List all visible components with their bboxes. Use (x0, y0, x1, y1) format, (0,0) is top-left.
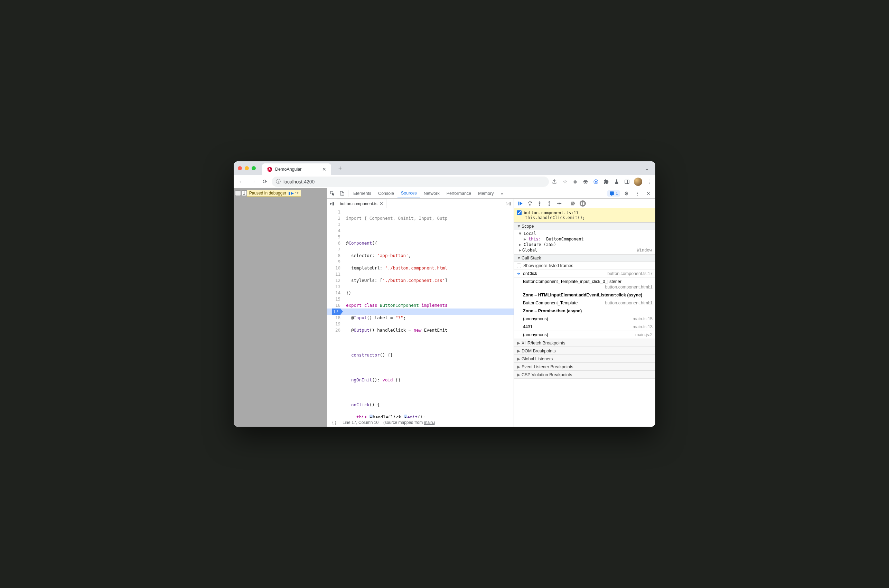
tab-performance[interactable]: Performance (443, 188, 475, 198)
dom-breakpoints-header[interactable]: ▶DOM Breakpoints (514, 347, 655, 355)
svg-point-15 (549, 204, 550, 206)
svg-point-2 (584, 182, 585, 183)
deactivate-breakpoints-button[interactable] (569, 200, 577, 208)
devtools-tabbar: Elements Console Sources Network Perform… (327, 188, 655, 199)
window-titlebar: DemoAngular ✕ + ⌄ (234, 161, 655, 175)
paused-in-debugger-badge: Paused in debugger ▮▶ ↷ (247, 190, 301, 196)
callstack-frame[interactable]: ButtonComponent_Template_input_click_0_l… (514, 278, 655, 291)
code-editor[interactable]: 1234567891011121314151617181920 import {… (327, 208, 514, 418)
maximize-window-button[interactable] (252, 166, 256, 170)
shortcut-count: 1 (242, 190, 247, 196)
sources-body: ▸▮ button.component.ts ✕ ▷▮ 123456789101… (327, 199, 655, 427)
csp-breakpoints-header[interactable]: ▶CSP Violation Breakpoints (514, 371, 655, 379)
step-into-button[interactable] (535, 200, 544, 208)
tab-memory[interactable]: Memory (475, 188, 497, 198)
extension-skull-icon[interactable]: ☻ (572, 178, 579, 185)
nav-forward-button[interactable]: → (248, 177, 258, 186)
add-shortcut-button[interactable]: + (235, 190, 241, 196)
url-text: localhost:4200 (284, 179, 315, 184)
paused-label-text: Paused in debugger (249, 191, 286, 195)
close-window-button[interactable] (238, 166, 242, 170)
bookmark-star-icon[interactable]: ☆ (561, 178, 568, 185)
inspect-element-icon[interactable] (327, 191, 337, 196)
global-listeners-header[interactable]: ▶Global Listeners (514, 355, 655, 363)
tab-network[interactable]: Network (420, 188, 443, 198)
scope-closure[interactable]: ▶Closure (355) (514, 242, 655, 248)
source-map-link[interactable]: main.j (424, 420, 435, 425)
file-tab-close-icon[interactable]: ✕ (380, 201, 383, 206)
minimize-window-button[interactable] (245, 166, 249, 170)
callstack-frame[interactable]: (anonymous) main.js:2 (514, 331, 655, 339)
show-ignore-listed-checkbox-row[interactable]: Show ignore-listed frames (514, 262, 655, 270)
scope-global[interactable]: ▶GlobalWindow (514, 248, 655, 253)
file-tabbar: ▸▮ button.component.ts ✕ ▷▮ (327, 199, 514, 208)
editor-column: ▸▮ button.component.ts ✕ ▷▮ 123456789101… (327, 199, 514, 427)
pretty-print-button[interactable]: { } (331, 420, 338, 425)
devtools-panel: Elements Console Sources Network Perform… (327, 188, 655, 427)
callstack-frame[interactable]: ➔onClick button.component.ts:17 (514, 270, 655, 278)
callstack-body: Show ignore-listed frames ➔onClick butto… (514, 262, 655, 339)
event-listener-breakpoints-header[interactable]: ▶Event Listener Breakpoints (514, 363, 655, 371)
devtools-close-icon[interactable]: ✕ (644, 191, 653, 196)
tab-sources[interactable]: Sources (398, 188, 420, 198)
tab-more[interactable]: » (497, 188, 506, 198)
scope-header[interactable]: ▼Scope (514, 222, 655, 230)
issues-badge[interactable]: 1 (607, 190, 620, 196)
overlay-step-icon[interactable]: ↷ (295, 191, 299, 195)
reload-button[interactable]: ⟳ (260, 177, 270, 186)
xhr-breakpoints-header[interactable]: ▶XHR/fetch Breakpoints (514, 339, 655, 347)
pause-on-exceptions-button[interactable]: ▮▮ (579, 200, 587, 208)
tab-close-button[interactable]: ✕ (322, 166, 326, 172)
svg-rect-10 (342, 193, 344, 195)
overlay-resume-icon[interactable]: ▮▶ (288, 191, 294, 195)
step-out-button[interactable] (545, 200, 553, 208)
device-toolbar-icon[interactable] (337, 191, 347, 196)
new-tab-button[interactable]: + (335, 164, 345, 173)
window-menu-chevron-icon[interactable]: ⌄ (645, 165, 651, 172)
run-snippet-icon[interactable]: ▷▮ (504, 201, 514, 206)
address-bar[interactable]: ⓘ localhost:4200 (272, 177, 549, 187)
breakpoint-file-label[interactable]: button.component.ts:17 (524, 210, 579, 215)
issues-count: 1 (616, 191, 618, 196)
extension-incognito-icon[interactable] (582, 178, 589, 185)
kebab-menu-icon[interactable]: ⋮ (646, 178, 653, 185)
side-panel-icon[interactable] (623, 178, 631, 185)
callstack-frame[interactable]: (anonymous) main.ts:15 (514, 315, 655, 323)
tab-title: DemoAngular (275, 167, 302, 172)
extension-flask-icon[interactable] (613, 178, 620, 185)
browser-window: DemoAngular ✕ + ⌄ ← → ⟳ ⓘ localhost:4200… (234, 161, 655, 427)
paused-controls: ▮▶ ↷ (288, 191, 299, 195)
line-gutter[interactable]: 1234567891011121314151617181920 (327, 208, 344, 418)
devtools-settings-icon[interactable]: ⚙ (622, 191, 631, 196)
browser-tab[interactable]: DemoAngular ✕ (262, 164, 331, 175)
step-over-button[interactable] (526, 200, 534, 208)
site-info-icon[interactable]: ⓘ (276, 178, 281, 185)
show-ignore-listed-checkbox[interactable] (517, 264, 521, 268)
extension-eye-icon[interactable] (592, 178, 599, 185)
svg-point-5 (595, 181, 596, 182)
tab-elements[interactable]: Elements (350, 188, 375, 198)
callstack-frame[interactable]: 4431 main.ts:13 (514, 323, 655, 331)
callstack-frame[interactable]: ButtonComponent_Template button.componen… (514, 299, 655, 307)
tab-console[interactable]: Console (375, 188, 398, 198)
scope-local[interactable]: ▼Local (514, 231, 655, 236)
share-icon[interactable] (551, 178, 558, 185)
callstack-async-divider: Zone – HTMLInputElement.addEventListener… (514, 291, 655, 299)
debugger-toolbar: ▮▮ (514, 199, 655, 208)
breakpoint-expression: this.handleClick.emit(); (517, 215, 653, 220)
page-viewport: + 1 Paused in debugger ▮▶ ↷ (234, 188, 327, 427)
navigator-toggle-icon[interactable]: ▸▮ (327, 201, 337, 206)
callstack-header[interactable]: ▼Call Stack (514, 254, 655, 262)
devtools-kebab-icon[interactable]: ⋮ (632, 191, 642, 196)
step-button[interactable] (555, 200, 563, 208)
file-tab-button-component[interactable]: button.component.ts ✕ (337, 199, 386, 208)
file-tab-label: button.component.ts (340, 201, 377, 206)
nav-back-button[interactable]: ← (236, 177, 246, 186)
extensions-puzzle-icon[interactable] (603, 178, 610, 185)
breakpoint-checkbox[interactable] (517, 210, 521, 215)
editor-statusbar: { } Line 17, Column 10 (source mapped fr… (327, 418, 514, 427)
scope-this[interactable]: ▶this: ButtonComponent (514, 236, 655, 242)
svg-point-16 (560, 203, 561, 204)
resume-button[interactable] (516, 200, 524, 208)
profile-avatar[interactable] (634, 178, 642, 186)
